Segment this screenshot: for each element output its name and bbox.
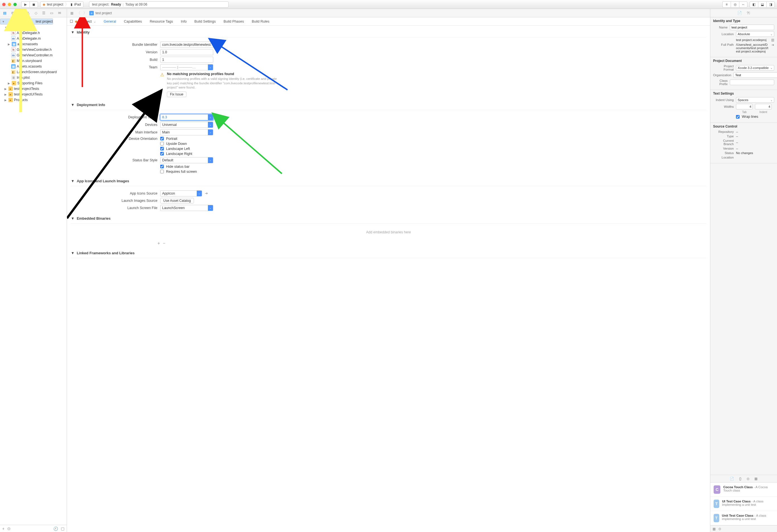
tree-project-root[interactable]: ▼⎆ test project — [0, 18, 53, 24]
landscape-left-checkbox[interactable]: Landscape Left — [160, 147, 192, 151]
tab-build-rules[interactable]: Build Rules — [252, 19, 269, 23]
landscape-right-checkbox[interactable]: Landscape Right — [160, 152, 192, 156]
reveal-in-finder-icon[interactable]: ➜ — [771, 43, 774, 47]
library-item[interactable]: C Cocoa Touch Class - A Cocoa Touch clas… — [710, 483, 777, 497]
wrap-lines-checkbox[interactable]: Wrap lines — [736, 115, 758, 119]
code-snippet-library-icon[interactable]: {} — [739, 477, 741, 481]
bundle-id-input[interactable] — [160, 41, 213, 48]
tree-file[interactable]: ▦Assets.xcassets — [0, 64, 67, 69]
library-item[interactable]: T Unit Test Case Class - A class impleme… — [710, 511, 777, 525]
embedded-section-header[interactable]: ▼Embedded Binaries — [71, 214, 706, 224]
tab-capabilities[interactable]: Capabilities — [124, 19, 142, 23]
debug-navigator-icon[interactable]: ☰ — [40, 10, 47, 16]
version-editor-button[interactable]: ↔ — [739, 1, 748, 8]
tab-info[interactable]: Info — [181, 19, 187, 23]
filter-icon[interactable]: ⊙ — [7, 526, 11, 531]
add-embedded-button[interactable]: + — [157, 241, 160, 246]
class-prefix-input[interactable] — [730, 80, 774, 85]
tree-file[interactable]: ◧LaunchScreen.storyboard — [0, 69, 67, 75]
tab-width-stepper[interactable]: 4 — [736, 104, 753, 109]
upside-down-checkbox[interactable]: Upside Down — [160, 142, 192, 146]
find-navigator-icon[interactable]: 🔍 — [17, 10, 24, 16]
build-input[interactable] — [160, 57, 213, 63]
devices-select[interactable]: Universal⌄ — [160, 122, 213, 128]
status-bar-style-select[interactable]: Default⌄ — [160, 157, 213, 163]
tree-file[interactable]: ◧Main.storyboard — [0, 58, 67, 64]
object-library-icon[interactable]: ◎ — [747, 477, 749, 481]
linked-section-header[interactable]: ▼Linked Frameworks and Libraries — [71, 248, 706, 258]
app-icons-source-select[interactable]: AppIcon⌄ — [160, 190, 202, 197]
tree-group[interactable]: ▶▸test projectUITests — [0, 92, 67, 97]
tree-file[interactable]: mAppDelegate.m — [0, 36, 67, 41]
remove-embedded-button[interactable]: − — [163, 241, 165, 246]
deployment-section-header[interactable]: ▼Deployment Info — [71, 100, 706, 110]
portrait-checkbox[interactable]: Portrait — [160, 137, 192, 141]
toggle-navigator-button[interactable]: ◧ — [750, 1, 758, 8]
stop-button[interactable]: ◼ — [29, 1, 38, 8]
toggle-debug-button[interactable]: ⬓ — [758, 1, 766, 8]
tree-file[interactable]: ≣Info.plist — [0, 75, 67, 80]
identity-section-header[interactable]: ▼Identity — [71, 27, 706, 37]
tree-group[interactable]: ▶▸test projectTests — [0, 86, 67, 92]
back-icon[interactable]: 〈 — [76, 11, 81, 16]
tree-file[interactable]: hGameViewController.h — [0, 47, 67, 52]
name-input[interactable] — [730, 24, 774, 30]
indent-width-stepper[interactable]: 4 — [755, 104, 772, 109]
indent-using-select[interactable]: Spaces⌄ — [736, 97, 774, 103]
filter-icon[interactable]: ⊙ — [718, 527, 721, 531]
deployment-target-select[interactable]: 8.3⌄ — [160, 114, 213, 120]
hide-status-bar-checkbox[interactable]: Hide status bar — [160, 165, 197, 169]
symbol-navigator-icon[interactable]: ⧉ — [9, 10, 16, 16]
standard-editor-button[interactable]: ≡ — [722, 1, 731, 8]
team-select[interactable]: ———— (————…⌄ — [160, 64, 213, 70]
tree-file[interactable]: ▶▦art.xcnassets — [0, 41, 67, 47]
organization-input[interactable] — [734, 72, 777, 78]
recent-icon[interactable]: 🕘 — [53, 526, 58, 531]
tree-file[interactable]: hAppDelegate.h — [0, 30, 67, 36]
issue-navigator-icon[interactable]: ⚠ — [24, 10, 32, 16]
test-navigator-icon[interactable]: ◇ — [32, 10, 40, 16]
main-interface-value: Main — [162, 130, 170, 134]
run-button[interactable]: ▶ — [21, 1, 29, 8]
tree-group[interactable]: ▶▸Supporting Files — [0, 80, 67, 86]
tab-build-settings[interactable]: Build Settings — [195, 19, 216, 23]
breakpoint-navigator-icon[interactable]: ▭ — [48, 10, 55, 16]
zoom-window-button[interactable] — [13, 3, 17, 6]
location-select[interactable]: Absolute⌄ — [736, 31, 774, 37]
tab-build-phases[interactable]: Build Phases — [224, 19, 244, 23]
media-library-icon[interactable]: ▦ — [754, 477, 758, 481]
add-icon[interactable]: + — [2, 526, 4, 531]
version-input[interactable] — [160, 49, 213, 55]
minimize-window-button[interactable] — [8, 3, 11, 6]
close-window-button[interactable] — [2, 3, 6, 6]
launch-screen-file-select[interactable]: LaunchScreen⌄ — [160, 205, 213, 211]
file-template-library-icon[interactable]: 📄 — [730, 477, 734, 481]
use-asset-catalog-button[interactable]: Use Asset Catalog — [160, 198, 194, 204]
file-inspector-icon[interactable]: 📄 — [737, 11, 742, 15]
app-icons-reveal-icon[interactable]: ➜ — [205, 191, 208, 195]
project-navigator-icon[interactable]: ▤ — [1, 10, 8, 16]
toggle-inspector-button[interactable]: ◨ — [766, 1, 775, 8]
tab-general[interactable]: General — [104, 19, 116, 23]
project-format-select[interactable]: Xcode 3.2-compatible⌄ — [736, 65, 774, 71]
quick-help-icon[interactable]: ?⃝ — [747, 11, 750, 15]
tree-group[interactable]: ▼▸ test project — [0, 24, 67, 30]
forward-icon[interactable]: 〉 — [83, 11, 88, 16]
assistant-editor-button[interactable]: ◎ — [731, 1, 739, 8]
requires-full-screen-checkbox[interactable]: Requires full screen — [160, 170, 197, 174]
icons-section-header[interactable]: ▼App Icons and Launch Images — [71, 176, 706, 186]
tree-file[interactable]: mGameViewController.m — [0, 52, 67, 58]
scheme-selector[interactable]: ◆ test project 〉 ▮ iPad — [40, 1, 84, 8]
tab-resource-tags[interactable]: Resource Tags — [150, 19, 173, 23]
main-interface-select[interactable]: Main⌄ — [160, 129, 213, 135]
folder-picker-icon[interactable]: ▥ — [771, 38, 774, 42]
scm-icon[interactable]: ▢ — [61, 526, 65, 531]
report-navigator-icon[interactable]: ✉ — [56, 10, 63, 16]
library-item[interactable]: T UI Test Case Class - A class implement… — [710, 497, 777, 511]
grid-view-icon[interactable]: ▦ — [712, 527, 715, 531]
jump-bar[interactable]: ▦ 〈 〉 ⎆ test project — [67, 9, 710, 17]
tree-group[interactable]: ▶▸Products — [0, 97, 67, 103]
fix-issue-button[interactable]: Fix Issue — [167, 92, 187, 97]
target-list-button[interactable]: ☐ — [70, 19, 73, 23]
related-items-icon[interactable]: ▦ — [69, 11, 74, 15]
